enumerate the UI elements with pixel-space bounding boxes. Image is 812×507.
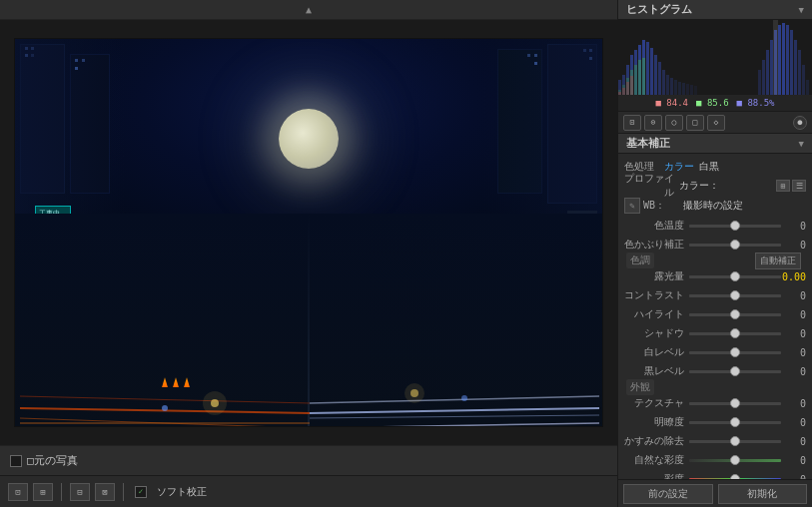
histogram-title: ヒストグラム (626, 2, 692, 17)
profile-grid-btn[interactable]: ⊞ (776, 180, 790, 192)
svg-rect-33 (654, 55, 657, 95)
contrast-slider[interactable] (689, 288, 781, 302)
histogram-header[interactable]: ヒストグラム ▼ (618, 0, 812, 20)
hist-g-value: ■ 85.6 (696, 98, 729, 108)
shadow-slider[interactable] (689, 326, 781, 340)
shadow-row: シャドウ 0 (624, 324, 806, 342)
svg-rect-43 (694, 86, 697, 95)
wb-eyedropper-btn[interactable]: ✎ (624, 198, 640, 214)
color-temp-label: 色温度 (624, 219, 689, 233)
heal-tool-btn[interactable]: ⊙ (644, 115, 662, 131)
exposure-slider[interactable] (689, 269, 781, 283)
exposure-label: 露光量 (624, 269, 689, 283)
grid-view-btn[interactable]: ⊡ (8, 483, 28, 501)
contrast-row: コントラスト 0 (624, 286, 806, 304)
soft-proof-checkbox[interactable]: ✓ (135, 486, 147, 498)
histogram-collapse-icon: ▼ (799, 5, 804, 15)
texture-label: テクスチャ (624, 396, 689, 410)
svg-rect-39 (678, 82, 681, 95)
svg-rect-67 (630, 76, 633, 95)
shadow-label: シャドウ (624, 326, 689, 340)
svg-rect-42 (690, 85, 693, 95)
svg-rect-47 (770, 40, 773, 95)
wb-label: WB： (643, 199, 683, 213)
black-level-row: 黒レベル 0 (624, 362, 806, 380)
dehaze-row: かすみの除去 0 (624, 432, 806, 450)
light-trails-svg (15, 214, 602, 426)
brush-tool-btn[interactable]: □ (686, 115, 704, 131)
white-level-slider[interactable] (689, 345, 781, 359)
tone-label: 色調 (626, 253, 654, 268)
bottom-toolbar: ⊡ ⊞ ⊟ ⊠ ✓ ソフト校正 (0, 475, 617, 507)
clarity-row: 明瞭度 0 (624, 413, 806, 431)
presence-divider: 外観 (624, 381, 806, 393)
svg-line-10 (310, 396, 599, 403)
histogram-values: ■ 84.4 ■ 85.6 ■ 88.5% (618, 95, 812, 111)
svg-rect-50 (782, 23, 785, 95)
settings-tool-btn[interactable]: ● (793, 116, 807, 130)
basic-panel-content: 色処理 カラー 白黒 プロファイル カラー： ⊞ ☰ ✎ WB： (618, 154, 812, 479)
auto-btn[interactable]: 自動補正 (755, 253, 801, 269)
svg-point-19 (203, 391, 227, 415)
svg-rect-68 (773, 20, 778, 95)
reset-btn[interactable]: 初期化 (718, 484, 808, 504)
crop-tool-btn[interactable]: ⊡ (623, 115, 641, 131)
color-temp-slider[interactable] (689, 219, 781, 233)
toolbar-separator-1 (61, 483, 62, 501)
clarity-slider[interactable] (689, 415, 781, 429)
shadow-value: 0 (781, 328, 806, 339)
dehaze-slider[interactable] (689, 434, 781, 448)
svg-rect-34 (658, 62, 661, 95)
black-level-slider[interactable] (689, 364, 781, 378)
nav-btn[interactable]: ⊠ (95, 483, 115, 501)
svg-rect-31 (646, 42, 649, 95)
svg-line-2 (20, 418, 310, 426)
svg-rect-61 (634, 65, 637, 95)
texture-value: 0 (781, 398, 806, 409)
color-tint-slider[interactable] (689, 238, 781, 252)
black-level-label: 黒レベル (624, 364, 689, 378)
vibrance-slider[interactable] (689, 453, 781, 467)
vibrance-value: 0 (781, 455, 806, 466)
svg-rect-65 (622, 88, 625, 95)
basic-correction-panel: 基本補正 ▼ 色処理 カラー 白黒 プロファイル カラー： ⊞ ☰ (618, 134, 812, 479)
svg-rect-62 (638, 60, 641, 95)
svg-rect-32 (650, 48, 653, 95)
color-option-bw[interactable]: 白黒 (699, 160, 719, 174)
svg-rect-35 (662, 70, 665, 95)
svg-rect-36 (666, 75, 669, 95)
prev-settings-btn[interactable]: 前の設定 (623, 484, 713, 504)
svg-point-23 (461, 395, 467, 401)
left-panel: ▲ (0, 0, 617, 507)
svg-rect-52 (790, 30, 793, 95)
texture-slider[interactable] (689, 396, 781, 410)
svg-point-21 (405, 383, 424, 403)
loupe-view-btn[interactable]: ⊞ (33, 483, 53, 501)
red-eye-tool-btn[interactable]: ○ (665, 115, 683, 131)
hist-b-value: ■ 88.5% (737, 98, 775, 108)
wb-row: ✎ WB： 撮影時の設定 (624, 196, 806, 216)
svg-rect-46 (766, 50, 769, 95)
svg-rect-63 (642, 58, 645, 95)
basic-panel-header[interactable]: 基本補正 ▼ (618, 134, 812, 154)
top-arrow-icon: ▲ (306, 4, 312, 15)
highlight-slider[interactable] (689, 307, 781, 321)
vibrance-row: 自然な彩度 0 (624, 451, 806, 469)
vibrance-label: 自然な彩度 (624, 453, 689, 467)
saturation-slider[interactable] (689, 472, 781, 479)
svg-rect-37 (670, 78, 673, 95)
original-photo-checkbox[interactable] (10, 455, 22, 467)
white-level-value: 0 (781, 347, 806, 358)
svg-line-9 (310, 408, 599, 413)
hist-r-value: ■ 84.4 (656, 98, 689, 108)
profile-list-btn[interactable]: ☰ (792, 180, 806, 192)
saturation-label: 彩度 (624, 472, 689, 479)
before-after-btn[interactable]: ⊟ (70, 483, 90, 501)
wb-dropdown[interactable]: 撮影時の設定 (683, 199, 806, 213)
gradient-tool-btn[interactable]: ◇ (707, 115, 725, 131)
color-tint-label: 色かぶり補正 (624, 238, 689, 252)
contrast-label: コントラスト (624, 288, 689, 302)
clarity-value: 0 (781, 417, 806, 428)
svg-rect-44 (758, 70, 761, 95)
contrast-value: 0 (781, 290, 806, 301)
